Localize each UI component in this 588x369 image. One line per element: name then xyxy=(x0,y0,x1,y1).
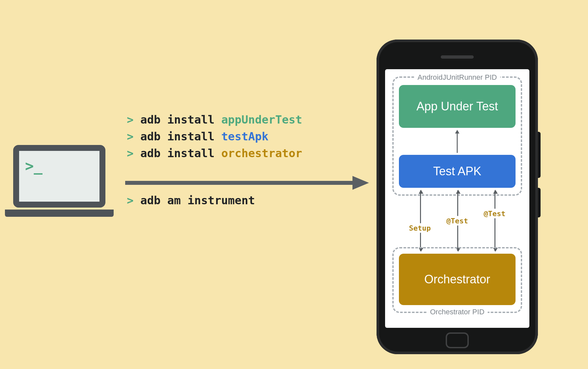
cmd-line-1: > adb install appUnderTest xyxy=(127,111,302,128)
laptop-screen: >_ xyxy=(13,145,105,208)
test-apk-box: Test APK xyxy=(399,155,516,188)
phone-side-button-2 xyxy=(538,188,541,217)
conn-label-test2: @Test xyxy=(482,209,507,218)
phone-device: AndroidJUnitRunner PID App Under Test Te… xyxy=(377,40,538,354)
svg-marker-1 xyxy=(352,176,369,190)
phone-side-button xyxy=(538,132,541,178)
pid-bottom-label: Orchestrator PID xyxy=(427,308,488,316)
phone-screen: AndroidJUnitRunner PID App Under Test Te… xyxy=(385,69,529,328)
laptop-prompt: >_ xyxy=(25,157,42,174)
terminal-commands: > adb install appUnderTest > adb install… xyxy=(127,111,302,209)
conn-label-setup: Setup xyxy=(407,223,433,233)
pid-top-label: AndroidJUnitRunner PID xyxy=(414,73,500,82)
svg-marker-3 xyxy=(455,130,459,133)
app-under-test-box: App Under Test xyxy=(399,85,516,128)
cmd-line-4: > adb am instrument xyxy=(127,192,302,209)
laptop-base xyxy=(5,210,114,217)
cmd-line-3: > adb install orchestrator xyxy=(127,145,302,162)
flow-arrow-icon xyxy=(125,175,369,191)
cmd-line-2: > adb install testApk xyxy=(127,128,302,145)
laptop-icon: >_ xyxy=(13,145,114,217)
connection-group: Setup @Test @Test xyxy=(399,190,516,251)
conn-label-test1: @Test xyxy=(444,216,470,226)
orchestrator-box: Orchestrator xyxy=(399,254,516,305)
arrow-test-to-app-icon xyxy=(454,130,461,153)
